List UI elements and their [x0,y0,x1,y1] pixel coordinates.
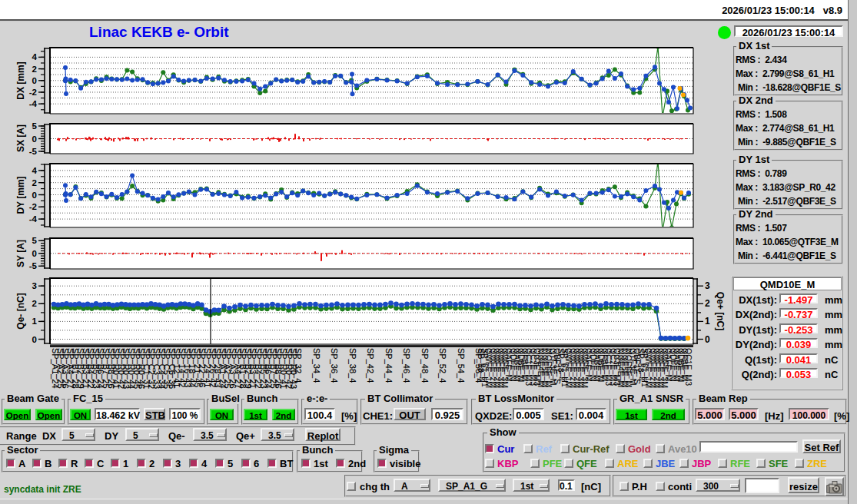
svg-text:1: 1 [705,316,710,327]
svg-text:0: 0 [705,334,710,345]
svg-text:0: 0 [32,335,37,344]
svg-text:2: 2 [32,299,37,308]
svg-text:0: 0 [32,191,37,200]
svg-text:SX [A]: SX [A] [15,124,26,152]
svg-text:SP_48_4: SP_48_4 [420,348,430,383]
svg-text:QC1E_M3: QC1E_M3 [684,348,693,386]
svg-text:4: 4 [32,52,38,61]
svg-text:3: 3 [705,280,710,291]
svg-text:-4: -4 [29,214,38,224]
svg-text:1: 1 [32,317,38,326]
svg-text:3: 3 [32,281,37,290]
svg-text:-5: -5 [29,261,38,270]
svg-text:-4: -4 [29,99,38,108]
svg-text:SP_52_4: SP_52_4 [438,348,447,383]
svg-text:SP_36_4: SP_36_4 [330,348,339,383]
svg-text:2: 2 [32,178,37,187]
svg-text:DX [mm]: DX [mm] [15,61,26,99]
svg-text:2: 2 [32,65,37,74]
svg-text:0: 0 [32,76,37,85]
svg-text:5: 5 [32,236,38,245]
svg-text:SP_46_4: SP_46_4 [402,348,411,383]
svg-text:SP_54_4: SP_54_4 [457,348,466,383]
svg-text:SP_44_4: SP_44_4 [384,348,394,383]
svg-text:-2: -2 [29,88,37,97]
svg-text:SP_42_4: SP_42_4 [366,348,375,383]
svg-text:0: 0 [32,249,37,258]
svg-text:DY [mm]: DY [mm] [15,176,26,214]
svg-text:-2: -2 [29,202,37,211]
svg-text:4: 4 [32,166,38,175]
svg-text:SP_34_4: SP_34_4 [312,348,321,383]
svg-text:SY [A]: SY [A] [15,240,26,267]
svg-text:SP_38_4: SP_38_4 [348,348,357,383]
svg-text:-5: -5 [29,147,38,156]
svg-text:SP_32_4: SP_32_4 [294,348,303,383]
svg-text:5: 5 [32,121,38,131]
svg-text:Qe+ [nC]: Qe+ [nC] [715,292,726,330]
svg-text:2: 2 [705,298,710,309]
svg-text:0: 0 [32,134,37,144]
svg-text:Qe- [nC]: Qe- [nC] [15,293,26,329]
